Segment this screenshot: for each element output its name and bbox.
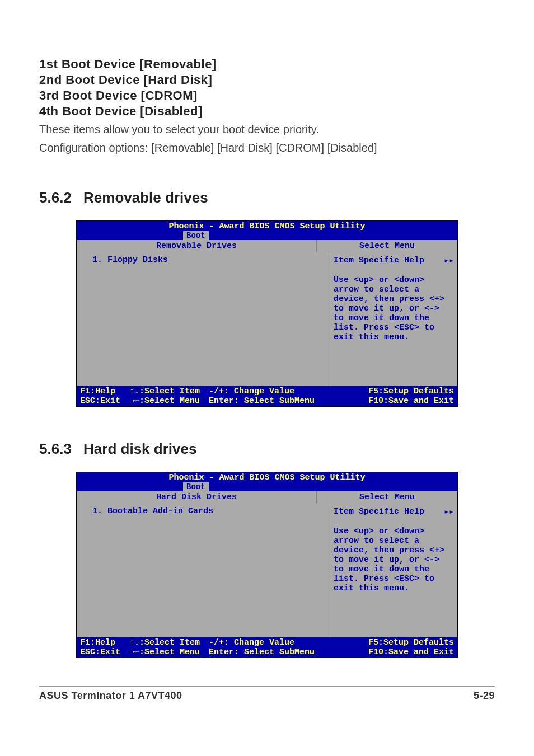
bios-tab-boot: Boot	[183, 231, 209, 240]
bios-help-body: Use <up> or <down> arrow to select a dev…	[334, 527, 454, 593]
bios-key-f5: F5:Setup Defaults	[368, 638, 454, 647]
page-footer: ASUS Terminator 1 A7VT400 5-29	[39, 686, 495, 702]
bios-key-esc: ESC:Exit	[80, 647, 120, 657]
footer-page-number: 5-29	[474, 690, 495, 702]
bios-key-select-item: ↑↓:Select Item	[129, 387, 200, 396]
bios-key-f10: F10:Save and Exit	[368, 396, 454, 406]
bios-footer: F1:Help ESC:Exit ↑↓:Select Item →←:Selec…	[77, 386, 457, 406]
bios-screenshot-removable: Phoenix - Award BIOS CMOS Setup Utility …	[76, 220, 458, 407]
boot-device-3: 3rd Boot Device [CDROM]	[39, 88, 495, 103]
footer-product: ASUS Terminator 1 A7VT400	[39, 690, 182, 702]
bios-select-menu-header: Select Menu	[317, 491, 457, 503]
bios-help-body: Use <up> or <down> arrow to select a dev…	[334, 275, 454, 342]
bios-panel-title: Hard Disk Drives	[77, 491, 317, 503]
bios-list-item: 1. Floppy Disks	[92, 255, 327, 265]
bios-key-select-menu: →←:Select Menu	[129, 647, 200, 657]
section-562-heading: 5.6.2 Removable drives	[39, 189, 495, 206]
bios-select-menu-header: Select Menu	[317, 240, 457, 252]
boot-device-2: 2nd Boot Device [Hard Disk]	[39, 73, 495, 87]
page: 1st Boot Device [Removable] 2nd Boot Dev…	[0, 0, 534, 724]
bios-title: Phoenix - Award BIOS CMOS Setup Utility	[77, 472, 457, 482]
section-562-number: 5.6.2	[39, 189, 72, 206]
section-563-title: Hard disk drives	[83, 440, 196, 457]
bios-key-enter: Enter: Select SubMenu	[209, 396, 359, 406]
bios-key-esc: ESC:Exit	[80, 396, 120, 406]
section-563-heading: 5.6.3 Hard disk drives	[39, 440, 495, 458]
bios-key-f1: F1:Help	[80, 387, 120, 396]
bios-key-select-item: ↑↓:Select Item	[129, 638, 200, 647]
bios-help-title: Item Specific Help	[334, 256, 424, 265]
bios-footer: F1:Help ESC:Exit ↑↓:Select Item →←:Selec…	[77, 637, 457, 658]
double-arrow-icon: ▸▸	[444, 255, 454, 265]
boot-device-description-1: These items allow you to select your boo…	[39, 122, 495, 137]
bios-key-change: -/+: Change Value	[209, 387, 359, 396]
bios-help-title: Item Specific Help	[334, 507, 424, 516]
bios-panel-title: Removable Drives	[77, 240, 317, 252]
bios-key-change: -/+: Change Value	[209, 638, 359, 647]
bios-title: Phoenix - Award BIOS CMOS Setup Utility	[77, 221, 457, 231]
section-563-number: 5.6.3	[39, 440, 72, 457]
section-562-title: Removable drives	[83, 189, 208, 206]
boot-device-4: 4th Boot Device [Disabled]	[39, 104, 495, 119]
bios-key-f1: F1:Help	[80, 638, 120, 647]
bios-key-select-menu: →←:Select Menu	[129, 396, 200, 406]
bios-key-enter: Enter: Select SubMenu	[209, 647, 359, 657]
bios-tab-boot: Boot	[183, 482, 209, 491]
bios-screenshot-harddisk: Phoenix - Award BIOS CMOS Setup Utility …	[76, 472, 458, 658]
double-arrow-icon: ▸▸	[444, 506, 454, 516]
boot-device-description-2: Configuration options: [Removable] [Hard…	[39, 140, 495, 156]
boot-device-1: 1st Boot Device [Removable]	[39, 57, 495, 72]
bios-key-f10: F10:Save and Exit	[368, 647, 454, 657]
bios-list-item: 1. Bootable Add-in Cards	[92, 506, 327, 516]
bios-key-f5: F5:Setup Defaults	[368, 387, 454, 396]
